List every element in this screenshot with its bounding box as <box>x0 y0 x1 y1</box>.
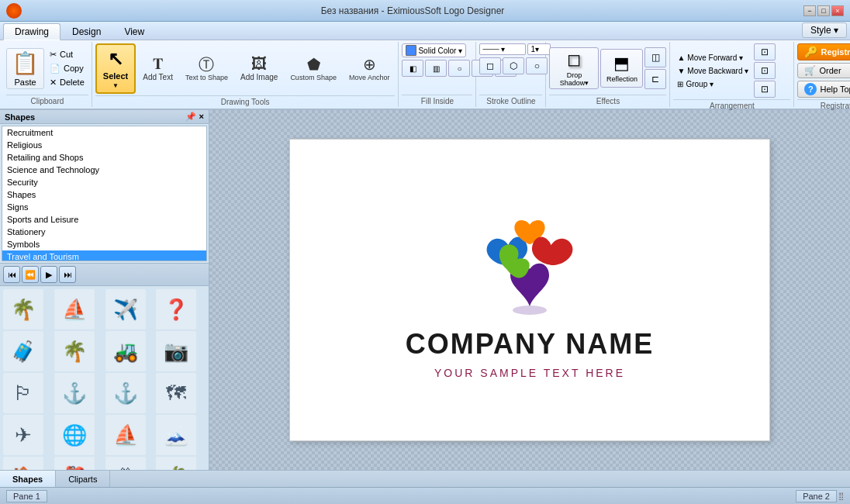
effect-btn-2[interactable]: ⊏ <box>644 69 666 89</box>
shape-item[interactable]: 🏳 <box>3 373 43 413</box>
ribbon-tabs: Drawing Design View Style ▾ <box>0 22 850 40</box>
shape-item[interactable]: 🌴 <box>156 457 196 470</box>
shape-item[interactable]: 🗺 <box>156 373 196 413</box>
play-first-button[interactable]: ⏮ <box>3 266 20 283</box>
shape-item[interactable]: 📷 <box>156 331 196 371</box>
pin-icon[interactable]: 📌 <box>185 112 196 122</box>
order-button[interactable]: 🛒 Order <box>797 63 850 78</box>
fill-btn-1[interactable]: ◧ <box>402 60 423 77</box>
drop-shadow-button[interactable]: ◻ Drop Shadow▾ <box>549 47 599 89</box>
shape-item[interactable]: ❓ <box>156 289 196 330</box>
stroke-btn-2[interactable]: ⬡ <box>503 57 524 74</box>
play-prev-button[interactable]: ⏪ <box>22 266 39 283</box>
copy-icon: 📄 <box>50 64 60 74</box>
list-item[interactable]: Religious <box>2 139 206 151</box>
shape-item[interactable]: ⚓ <box>54 373 95 413</box>
shape-item[interactable]: ⛵ <box>54 289 95 330</box>
align-btn-3[interactable]: ⊡ <box>754 81 776 98</box>
list-item[interactable]: Science and Technology <box>2 164 206 176</box>
shape-item[interactable]: ⛵ <box>105 415 146 455</box>
list-item[interactable]: Symbols <box>2 238 206 250</box>
tab-view[interactable]: View <box>112 23 156 40</box>
shape-item[interactable]: 🏠 <box>3 457 43 470</box>
select-icon: ↖ <box>108 48 123 70</box>
copy-button[interactable]: 📄 Copy <box>46 62 88 75</box>
group-button[interactable]: ⊞ Group ▾ <box>673 78 752 90</box>
minimize-button[interactable]: − <box>803 5 816 16</box>
list-item[interactable]: Sports and Leisure <box>2 213 206 226</box>
order-icon: 🛒 <box>804 65 816 76</box>
fill-btn-3[interactable]: ○ <box>448 60 470 77</box>
group-icon: ⊞ <box>677 80 683 88</box>
registration-group: 🔑 Registration 🛒 Order ? Help Topics Reg… <box>794 42 850 107</box>
add-image-button[interactable]: 🖼 Add Image <box>235 53 283 85</box>
custom-shape-button[interactable]: ⬟ Custom Shape <box>285 54 342 85</box>
list-item[interactable]: Signs <box>2 201 206 213</box>
cut-button[interactable]: ✂ Cut <box>46 48 88 61</box>
style-button[interactable]: Style ▾ <box>802 22 847 38</box>
move-forward-button[interactable]: ▲ Move Forward ▾ <box>673 52 752 64</box>
shape-item[interactable]: ✈ <box>3 415 43 455</box>
list-item-selected[interactable]: Travel and Tourism <box>2 250 206 261</box>
list-item[interactable]: Recruitment <box>2 126 206 139</box>
delete-button[interactable]: ✕ Delete <box>46 76 88 89</box>
move-backward-button[interactable]: ▼ Move Backward ▾ <box>673 65 752 77</box>
effect-btn-1[interactable]: ◫ <box>644 47 666 67</box>
stroke-style-dropdown[interactable]: ─── ▾ <box>479 43 526 55</box>
shape-item[interactable]: 🚜 <box>105 331 146 371</box>
help-topics-button[interactable]: ? Help Topics <box>797 81 850 98</box>
panel-close-icon[interactable]: × <box>199 112 204 122</box>
effects-group: ◻ Drop Shadow▾ ⬒ Reflection ◫ ⊏ Effects <box>546 42 670 107</box>
help-icon: ? <box>804 83 817 95</box>
list-item[interactable]: Stationery <box>2 226 206 238</box>
move-anchor-button[interactable]: ⊕ Move Anchor <box>344 54 396 85</box>
canvas-card: COMPANY NAME YOUR SAMPLE TEXT HERE <box>289 139 770 441</box>
logo-area: COMPANY NAME YOUR SAMPLE TEXT HERE <box>406 202 655 379</box>
paste-button[interactable]: 📋 Paste <box>6 48 44 89</box>
shape-item[interactable]: 🎒 <box>54 457 95 470</box>
play-button[interactable]: ▶ <box>40 266 57 283</box>
svg-point-1 <box>513 306 547 315</box>
stroke-btn-1[interactable]: ◻ <box>479 57 501 74</box>
tab-design[interactable]: Design <box>60 23 112 40</box>
maximize-button[interactable]: □ <box>817 5 830 16</box>
shapes-panel-header: Shapes 📌 × <box>0 110 209 124</box>
add-image-icon: 🖼 <box>251 56 267 71</box>
canvas-area[interactable]: COMPANY NAME YOUR SAMPLE TEXT HERE <box>209 110 850 470</box>
move-forward-icon: ▲ <box>677 54 685 62</box>
list-item[interactable]: Retailing and Shops <box>2 151 206 164</box>
close-button[interactable]: × <box>831 5 844 16</box>
arrangement-group: ▲ Move Forward ▾ ▼ Move Backward ▾ ⊞ Gro… <box>670 42 794 107</box>
stroke-btn-3[interactable]: ○ <box>526 57 548 74</box>
shape-item[interactable]: 🏔 <box>105 457 146 470</box>
tab-cliparts[interactable]: Cliparts <box>56 471 110 487</box>
select-button[interactable]: ↖ Select ▼ <box>95 43 136 94</box>
window-controls: − □ × <box>803 5 844 16</box>
logo-svg <box>468 202 592 322</box>
shape-item[interactable]: 🌴 <box>54 331 95 371</box>
text-to-shape-button[interactable]: Ⓣ Text to Shape <box>180 54 233 85</box>
align-btn-2[interactable]: ⊡ <box>754 62 776 79</box>
shape-item[interactable]: 🧳 <box>3 331 43 371</box>
move-anchor-icon: ⊕ <box>363 57 376 72</box>
tab-shapes[interactable]: Shapes <box>0 471 56 487</box>
app-logo <box>6 3 22 19</box>
playback-controls: ⏮ ⏪ ▶ ⏭ <box>0 263 209 286</box>
reflection-button[interactable]: ⬒ Reflection <box>600 49 643 88</box>
fill-btn-2[interactable]: ▥ <box>425 60 447 77</box>
play-next-button[interactable]: ⏭ <box>59 266 76 283</box>
tab-drawing[interactable]: Drawing <box>3 23 60 40</box>
add-text-icon: 𝐓 <box>153 56 163 71</box>
solid-color-dropdown[interactable]: Solid Color ▾ <box>402 43 466 57</box>
shape-item[interactable]: 🗻 <box>156 415 196 455</box>
registration-button[interactable]: 🔑 Registration <box>797 43 850 60</box>
shape-item[interactable]: ⚓ <box>105 373 146 413</box>
list-item[interactable]: Security <box>2 176 206 188</box>
list-item[interactable]: Shapes <box>2 188 206 201</box>
align-btn-1[interactable]: ⊡ <box>754 43 776 60</box>
shape-item[interactable]: ✈️ <box>105 289 146 330</box>
shapes-list[interactable]: Recruitment Religious Retailing and Shop… <box>2 126 207 261</box>
add-text-button[interactable]: 𝐓 Add Text <box>137 53 178 85</box>
shape-item[interactable]: 🌴 <box>3 289 43 330</box>
shape-item[interactable]: 🌐 <box>54 415 95 455</box>
